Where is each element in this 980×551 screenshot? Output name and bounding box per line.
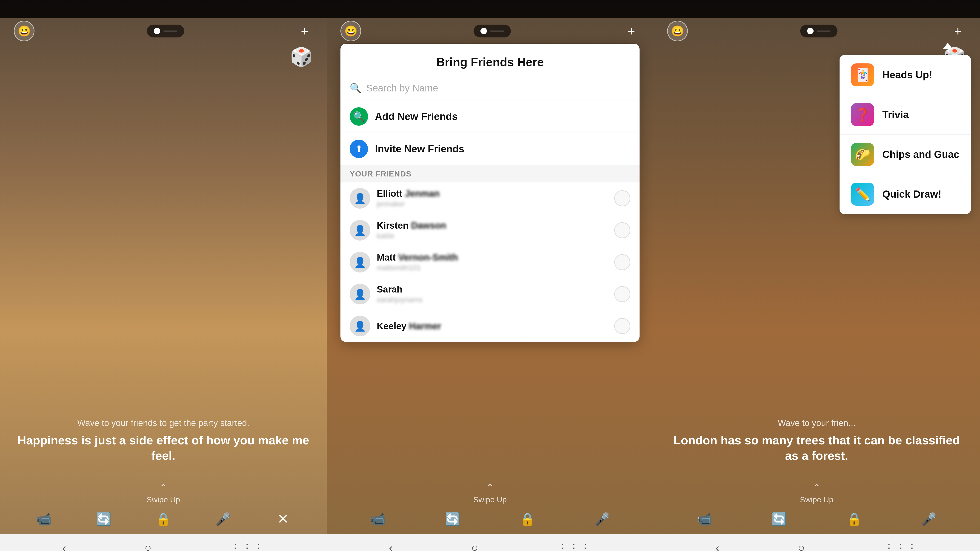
invite-friends-icon: ⬆ (350, 140, 368, 158)
friend-row-elliott[interactable]: 👤 Elliott Jenman jennaker (340, 183, 640, 214)
left-lock-icon[interactable]: 🔒 (153, 509, 173, 529)
friend-check-keeley[interactable] (614, 318, 630, 334)
friend-info-matt: Matt Vernon-Smith mattsmith101 (377, 252, 608, 272)
center-back-icon[interactable]: ‹ (389, 541, 393, 551)
game-row-chips[interactable]: 🌮 Chips and Guac (840, 135, 971, 175)
friend-check-matt[interactable] (614, 254, 630, 270)
quick-draw-icon: ✏️ (851, 183, 874, 206)
right-lock-icon[interactable]: 🔒 (844, 509, 864, 529)
friend-lastname-elliott: Jenman (405, 188, 439, 199)
left-avatar[interactable]: 😀 (14, 21, 35, 41)
left-swipe-label: Swipe Up (147, 495, 180, 504)
friend-row-matt[interactable]: 👤 Matt Vernon-Smith mattsmith101 (340, 246, 640, 278)
right-swipe-arrow: ⌃ (813, 482, 821, 493)
right-plus-button[interactable]: + (950, 23, 966, 39)
friend-username-elliott: jennaker (377, 200, 608, 208)
right-back-icon[interactable]: ‹ (716, 541, 719, 551)
friend-row-kirsten[interactable]: 👤 Kirsten Dawson kattie (340, 214, 640, 246)
left-home-icon[interactable]: ○ (145, 541, 151, 551)
right-panel: 😀 + 🎲 🃏 Heads Up! ❓ Trivia 🌮 Chips and G… (653, 0, 980, 551)
chips-label: Chips and Guac (882, 149, 959, 160)
right-recents-icon[interactable]: ⋮⋮⋮ (883, 541, 918, 551)
friend-name-sarah: Sarah (377, 284, 608, 295)
left-bg (0, 0, 327, 551)
friend-username-sarah: sarahjoynams (377, 295, 608, 304)
center-plus-button[interactable]: + (623, 23, 640, 39)
left-back-icon[interactable]: ‹ (62, 541, 66, 551)
chips-icon: 🌮 (851, 143, 874, 166)
add-friends-row[interactable]: 🔍 Add New Friends (340, 100, 640, 133)
game-row-quick-draw[interactable]: ✏️ Quick Draw! (840, 175, 971, 214)
friend-avatar-sarah: 👤 (350, 284, 370, 305)
right-status-bar (653, 0, 980, 18)
right-action-icons: 📹 🔄 🔒 🎤 (653, 509, 980, 529)
center-panel: 😀 + 🎲 Bring Friends Here 🔍 Search by Nam… (327, 0, 653, 551)
left-mic-icon[interactable]: 🎤 (213, 509, 234, 529)
search-bar[interactable]: 🔍 Search by Name (340, 76, 640, 100)
center-swipe-area: ⌃ Swipe Up (327, 478, 653, 504)
left-action-icons: 📹 🔄 🔒 🎤 ✕ (0, 509, 327, 529)
friend-check-sarah[interactable] (614, 286, 630, 302)
right-mic-icon[interactable]: 🎤 (918, 509, 939, 529)
center-home-icon[interactable]: ○ (471, 541, 478, 551)
left-plus-button[interactable]: + (296, 23, 313, 39)
center-toggle[interactable] (474, 25, 511, 37)
friend-info-keeley: Keeley Harmer (377, 321, 608, 331)
left-effects-icon[interactable]: 🔄 (93, 509, 114, 529)
center-swipe-arrow: ⌃ (486, 482, 494, 493)
left-bottom-nav: ⌃ Swipe Up 📹 🔄 🔒 🎤 ✕ ‹ ○ ⋮⋮⋮ (0, 478, 327, 551)
heads-up-label: Heads Up! (882, 69, 932, 81)
left-swipe-area: ⌃ Swipe Up (0, 478, 327, 504)
left-bottom-text: Wave to your friends to get the party st… (0, 418, 327, 464)
friend-info-sarah: Sarah sarahjoynams (377, 284, 608, 304)
left-video-icon[interactable]: 📹 (33, 509, 54, 529)
game-row-trivia[interactable]: ❓ Trivia (840, 95, 971, 135)
center-avatar[interactable]: 😀 (340, 21, 361, 41)
right-effects-icon[interactable]: 🔄 (769, 509, 790, 529)
right-avatar[interactable]: 😀 (667, 21, 688, 41)
left-avatar-icon: 😀 (18, 25, 31, 37)
left-wave-text: Wave to your friends to get the party st… (14, 418, 313, 428)
left-recents-icon[interactable]: ⋮⋮⋮ (230, 541, 264, 551)
friend-row-keeley[interactable]: 👤 Keeley Harmer (340, 310, 640, 342)
friend-username-kirsten: kattie (377, 232, 608, 240)
dropdown-arrow (943, 43, 952, 49)
left-dice-icon: 🎲 (290, 46, 313, 68)
friend-row-sarah[interactable]: 👤 Sarah sarahjoynams (340, 278, 640, 310)
center-toggle-dot (480, 28, 487, 34)
game-row-heads-up[interactable]: 🃏 Heads Up! (840, 55, 971, 95)
center-bottom-nav: ⌃ Swipe Up 📹 🔄 🔒 🎤 ‹ ○ ⋮⋮⋮ (327, 478, 653, 551)
heads-up-icon: 🃏 (851, 64, 874, 86)
left-swipe-arrow: ⌃ (159, 482, 167, 493)
quick-draw-label: Quick Draw! (882, 188, 941, 200)
right-video-icon[interactable]: 📹 (694, 509, 715, 529)
right-toggle-line (817, 30, 830, 32)
friend-username-matt: mattsmith101 (377, 264, 608, 272)
friend-check-elliott[interactable] (614, 190, 630, 206)
center-effects-icon[interactable]: 🔄 (442, 509, 463, 529)
center-mic-icon[interactable]: 🎤 (592, 509, 612, 529)
right-home-icon[interactable]: ○ (798, 541, 805, 551)
center-top-controls: 😀 + (327, 18, 653, 44)
center-recents-icon[interactable]: ⋮⋮⋮ (557, 541, 591, 551)
search-input[interactable]: Search by Name (366, 83, 630, 94)
right-nav-bar: ‹ ○ ⋮⋮⋮ (653, 534, 980, 551)
friend-name-kirsten: Kirsten Dawson (377, 220, 608, 231)
trivia-label: Trivia (882, 109, 909, 121)
invite-friends-row[interactable]: ⬆ Invite New Friends (340, 133, 640, 165)
right-swipe-area: ⌃ Swipe Up (653, 478, 980, 504)
add-friends-label: Add New Friends (375, 111, 457, 122)
center-lock-icon[interactable]: 🔒 (517, 509, 538, 529)
friend-check-kirsten[interactable] (614, 222, 630, 238)
left-toggle-dot (154, 28, 160, 34)
add-friends-icon: 🔍 (350, 107, 368, 126)
left-close-icon[interactable]: ✕ (273, 509, 293, 529)
left-toggle[interactable] (147, 25, 184, 37)
right-toggle[interactable] (800, 25, 837, 37)
friend-info-elliott: Elliott Jenman jennaker (377, 188, 608, 208)
search-icon: 🔍 (350, 83, 362, 94)
center-video-icon[interactable]: 📹 (368, 509, 388, 529)
left-top-controls: 😀 + (0, 18, 327, 44)
left-nav-bar: ‹ ○ ⋮⋮⋮ (0, 534, 327, 551)
friend-name-elliott: Elliott Jenman (377, 188, 608, 199)
